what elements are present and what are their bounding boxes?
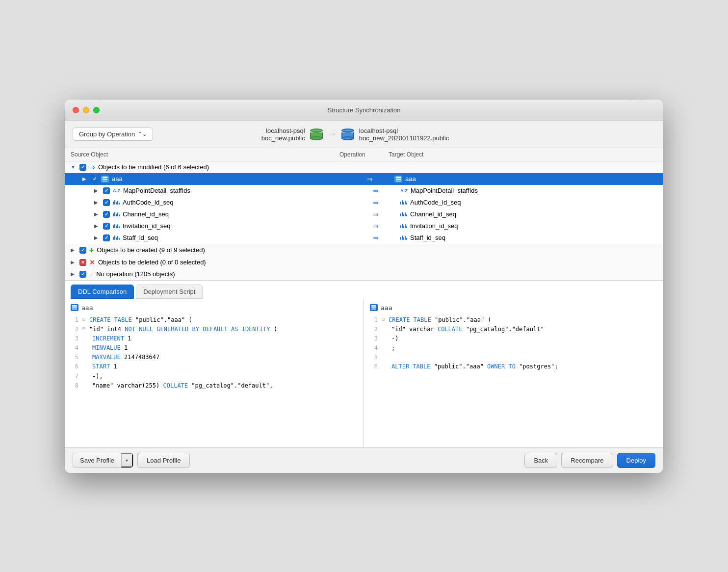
modify-arrow-icon: ⇒	[89, 163, 95, 171]
target-db-info: localhost-psql boc_new_202001101922.publ…	[359, 127, 449, 142]
load-profile-button[interactable]: Load Profile	[137, 453, 190, 468]
svg-rect-5	[396, 181, 401, 182]
code-line-3: 3 INCREMENT 1	[71, 334, 358, 343]
channel-checkbox[interactable]	[103, 211, 110, 218]
seq-icon-channel	[113, 212, 120, 216]
col-target: Target Object	[389, 151, 657, 158]
invitation-checkbox[interactable]	[103, 223, 110, 230]
close-button[interactable]	[73, 107, 79, 113]
r-code-line-5: 5	[370, 353, 657, 362]
table-icon-left	[71, 304, 78, 311]
invitation-target-label: Invitation_id_seq	[410, 222, 458, 230]
main-window: Structure Synchronization Group by Opera…	[65, 100, 663, 473]
tab-deployment-script[interactable]: Deployment Script	[136, 285, 203, 299]
group-modify-label: Objects to be modified (6 of 6 selected)	[98, 163, 209, 171]
expand-modify-icon: ▼	[71, 164, 77, 170]
footer-right: Back Recompare Deploy	[524, 453, 655, 468]
mappoint-checkbox[interactable]	[103, 187, 110, 194]
staff-source-label: Staff_id_seq	[123, 234, 158, 241]
code-line-6: 6 START 1	[71, 362, 358, 371]
maximize-button[interactable]	[93, 107, 100, 113]
right-code-title: aaa	[370, 304, 657, 312]
group-modify-row[interactable]: ▼ ⇒ Objects to be modified (6 of 6 selec…	[65, 161, 663, 173]
group-delete-label: Objects to be deleted (0 of 0 selected)	[98, 259, 206, 266]
back-button[interactable]: Back	[524, 453, 557, 468]
group-create-checkbox[interactable]	[79, 247, 86, 254]
svg-rect-4	[396, 179, 401, 180]
aaa-op-arrow: ⇒	[367, 175, 373, 183]
seq-icon-channel-target	[400, 212, 407, 216]
svg-rect-1	[103, 179, 107, 180]
table-row-authcode[interactable]: ▶ AuthCode_id_seq ⇒	[65, 197, 663, 208]
source-db-info: localhost-psql boc_new.public	[261, 127, 305, 142]
table-row-invitation[interactable]: ▶ Invitation_id_seq ⇒	[65, 220, 663, 232]
table-row-staff[interactable]: ▶ Staff_id_seq ⇒	[65, 232, 663, 244]
authcode-checkbox[interactable]	[103, 199, 110, 206]
minimize-button[interactable]	[83, 107, 89, 113]
svg-rect-10	[371, 307, 376, 309]
code-area: aaa 1 ⊟ CREATE TABLE "public"."aaa" ( 2 …	[65, 299, 663, 447]
traffic-lights	[73, 107, 100, 113]
expand-authcode-icon: ▶	[94, 200, 100, 205]
group-by-button[interactable]: Group by Operation ⌃⌄	[73, 128, 153, 141]
group-by-label: Group by Operation	[79, 130, 135, 138]
bottom-section: DDL Comparison Deployment Script	[65, 281, 663, 447]
left-code-panel[interactable]: aaa 1 ⊟ CREATE TABLE "public"."aaa" ( 2 …	[65, 299, 364, 447]
table-row-mappoint[interactable]: ▶ A-Z MapPointDetail_staffIds ⇒ A-Z MapP…	[65, 185, 663, 197]
source-db-name: localhost-psql	[266, 127, 305, 134]
source-db-schema: boc_new.public	[261, 134, 305, 142]
seq-icon-invitation-target	[400, 224, 407, 228]
group-create-row[interactable]: ▶ + Objects to be created (9 of 9 select…	[65, 244, 663, 257]
toolbar: Group by Operation ⌃⌄ localhost-psql boc…	[65, 121, 663, 148]
channel-op-arrow: ⇒	[373, 210, 379, 218]
table-row-aaa[interactable]: ▶ aaa ⇒	[65, 173, 663, 185]
code-line-5: 5 MAXVALUE 2147483647	[71, 353, 358, 362]
group-noop-checkbox[interactable]	[79, 271, 86, 278]
code-line-7: 7 -),	[71, 372, 358, 381]
table-icon-right	[370, 304, 378, 311]
target-db-name: localhost-psql	[359, 127, 398, 134]
expand-create-icon: ▶	[71, 247, 77, 253]
save-profile-main-button[interactable]: Save Profile	[73, 453, 121, 468]
group-delete-checkbox[interactable]	[79, 259, 86, 266]
r-code-line-4: 4 ;	[370, 343, 657, 353]
group-delete-row[interactable]: ▶ ✕ Objects to be deleted (0 of 0 select…	[65, 257, 663, 268]
svg-rect-8	[72, 309, 77, 310]
expand-invitation-icon: ▶	[94, 223, 100, 229]
group-noop-row[interactable]: ▶ = No operation (1205 objects)	[65, 268, 663, 280]
aaa-target-label: aaa	[405, 175, 416, 182]
table-icon-aaa-target	[394, 176, 402, 182]
staff-op-arrow: ⇒	[373, 234, 379, 242]
left-code-title: aaa	[71, 304, 358, 312]
save-profile-button[interactable]: Save Profile ▾	[73, 453, 133, 468]
tab-ddl-comparison[interactable]: DDL Comparison	[71, 285, 134, 299]
target-db-schema: boc_new_202001101922.public	[359, 134, 449, 142]
channel-target-label: Channel_id_seq	[410, 210, 456, 218]
tree-panel[interactable]: Source Object Operation Target Object ▼ …	[65, 148, 663, 281]
target-db-icon	[341, 129, 354, 140]
group-noop-label: No operation (1205 objects)	[96, 270, 175, 278]
svg-rect-2	[103, 181, 107, 182]
db-connection: localhost-psql boc_new.public → localhos…	[261, 127, 449, 142]
az-icon-mappoint: A-Z	[113, 188, 120, 193]
seq-icon-invitation	[113, 224, 120, 228]
aaa-checkbox[interactable]	[91, 176, 98, 182]
chevron-icon: ⌃⌄	[138, 131, 147, 137]
group-modify-checkbox[interactable]	[79, 164, 86, 171]
content-area: Source Object Operation Target Object ▼ …	[65, 148, 663, 447]
window-title: Structure Synchronization	[328, 106, 401, 114]
footer-left: Save Profile ▾ Load Profile	[73, 453, 190, 468]
authcode-op-arrow: ⇒	[373, 199, 379, 207]
right-code-lines: 1 ⊟ CREATE TABLE "public"."aaa" ( 2 "id"…	[370, 315, 657, 372]
deploy-button[interactable]: Deploy	[617, 453, 655, 468]
footer: Save Profile ▾ Load Profile Back Recompa…	[65, 447, 663, 473]
staff-checkbox[interactable]	[103, 234, 110, 241]
authcode-target-label: AuthCode_id_seq	[410, 199, 461, 206]
save-profile-arrow-button[interactable]: ▾	[121, 453, 133, 468]
right-code-panel[interactable]: aaa 1 ⊟ CREATE TABLE "public"."aaa" ( 2 …	[364, 299, 663, 447]
group-create-label: Objects to be created (9 of 9 selected)	[97, 246, 205, 254]
left-code-lines: 1 ⊟ CREATE TABLE "public"."aaa" ( 2 ⊟ "i…	[71, 315, 358, 391]
table-row-channel[interactable]: ▶ Channel_id_seq ⇒	[65, 208, 663, 220]
titlebar: Structure Synchronization	[65, 100, 663, 121]
recompare-button[interactable]: Recompare	[561, 453, 613, 468]
